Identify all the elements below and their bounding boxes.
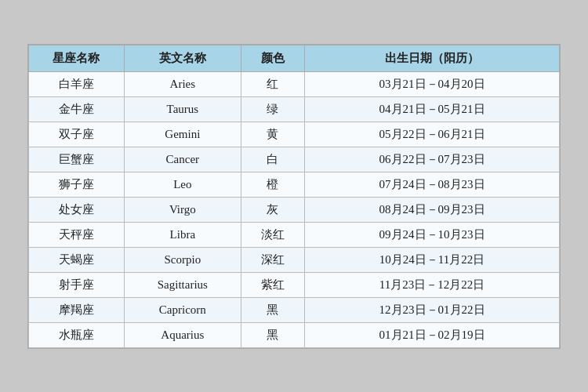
cell-color: 黑 — [241, 297, 304, 322]
header-date: 出生日期（阳历） — [305, 45, 560, 71]
header-cn-name: 星座名称 — [29, 45, 125, 71]
cell-color: 淡红 — [241, 222, 304, 247]
cell-color: 深红 — [241, 247, 304, 272]
cell-cn-name: 狮子座 — [29, 172, 125, 197]
table-row: 金牛座Taurus绿04月21日－05月21日 — [29, 96, 560, 122]
cell-date: 10月24日－11月22日 — [305, 247, 560, 272]
table-row: 狮子座Leo橙07月24日－08月23日 — [29, 172, 560, 197]
cell-en-name: Scorpio — [124, 247, 241, 272]
cell-date: 09月24日－10月23日 — [305, 222, 560, 247]
table-row: 射手座Sagittarius紫红11月23日－12月22日 — [29, 272, 560, 297]
cell-color: 绿 — [241, 96, 304, 122]
cell-date: 03月21日－04月20日 — [305, 71, 560, 96]
cell-color: 灰 — [241, 197, 304, 222]
cell-cn-name: 巨蟹座 — [29, 147, 125, 172]
cell-cn-name: 摩羯座 — [29, 297, 125, 322]
zodiac-table-container: 星座名称 英文名称 颜色 出生日期（阳历） 白羊座Aries红03月21日－04… — [27, 44, 561, 349]
table-row: 水瓶座Aquarius黑01月21日－02月19日 — [29, 322, 560, 347]
table-row: 天蝎座Scorpio深红10月24日－11月22日 — [29, 247, 560, 272]
cell-en-name: Leo — [124, 172, 241, 197]
cell-cn-name: 射手座 — [29, 272, 125, 297]
cell-date: 07月24日－08月23日 — [305, 172, 560, 197]
cell-date: 12月23日－01月22日 — [305, 297, 560, 322]
cell-color: 黄 — [241, 122, 304, 147]
table-row: 白羊座Aries红03月21日－04月20日 — [29, 71, 560, 96]
table-row: 双子座Gemini黄05月22日－06月21日 — [29, 122, 560, 147]
cell-en-name: Aquarius — [124, 322, 241, 347]
header-color: 颜色 — [241, 45, 304, 71]
cell-en-name: Virgo — [124, 197, 241, 222]
header-en-name: 英文名称 — [124, 45, 241, 71]
cell-date: 11月23日－12月22日 — [305, 272, 560, 297]
cell-cn-name: 双子座 — [29, 122, 125, 147]
cell-en-name: Gemini — [124, 122, 241, 147]
table-body: 白羊座Aries红03月21日－04月20日金牛座Taurus绿04月21日－0… — [29, 71, 560, 347]
cell-en-name: Sagittarius — [124, 272, 241, 297]
cell-color: 白 — [241, 147, 304, 172]
cell-en-name: Cancer — [124, 147, 241, 172]
cell-en-name: Aries — [124, 71, 241, 96]
table-row: 巨蟹座Cancer白06月22日－07月23日 — [29, 147, 560, 172]
cell-cn-name: 处女座 — [29, 197, 125, 222]
cell-en-name: Libra — [124, 222, 241, 247]
cell-color: 紫红 — [241, 272, 304, 297]
cell-date: 05月22日－06月21日 — [305, 122, 560, 147]
cell-color: 黑 — [241, 322, 304, 347]
cell-en-name: Taurus — [124, 96, 241, 122]
cell-cn-name: 金牛座 — [29, 96, 125, 122]
cell-cn-name: 水瓶座 — [29, 322, 125, 347]
cell-cn-name: 白羊座 — [29, 71, 125, 96]
cell-color: 橙 — [241, 172, 304, 197]
table-header-row: 星座名称 英文名称 颜色 出生日期（阳历） — [29, 45, 560, 71]
cell-color: 红 — [241, 71, 304, 96]
table-row: 摩羯座Capricorn黑12月23日－01月22日 — [29, 297, 560, 322]
table-row: 天秤座Libra淡红09月24日－10月23日 — [29, 222, 560, 247]
cell-en-name: Capricorn — [124, 297, 241, 322]
zodiac-table: 星座名称 英文名称 颜色 出生日期（阳历） 白羊座Aries红03月21日－04… — [28, 45, 560, 348]
cell-date: 01月21日－02月19日 — [305, 322, 560, 347]
table-row: 处女座Virgo灰08月24日－09月23日 — [29, 197, 560, 222]
cell-date: 08月24日－09月23日 — [305, 197, 560, 222]
cell-date: 04月21日－05月21日 — [305, 96, 560, 122]
cell-date: 06月22日－07月23日 — [305, 147, 560, 172]
cell-cn-name: 天秤座 — [29, 222, 125, 247]
cell-cn-name: 天蝎座 — [29, 247, 125, 272]
